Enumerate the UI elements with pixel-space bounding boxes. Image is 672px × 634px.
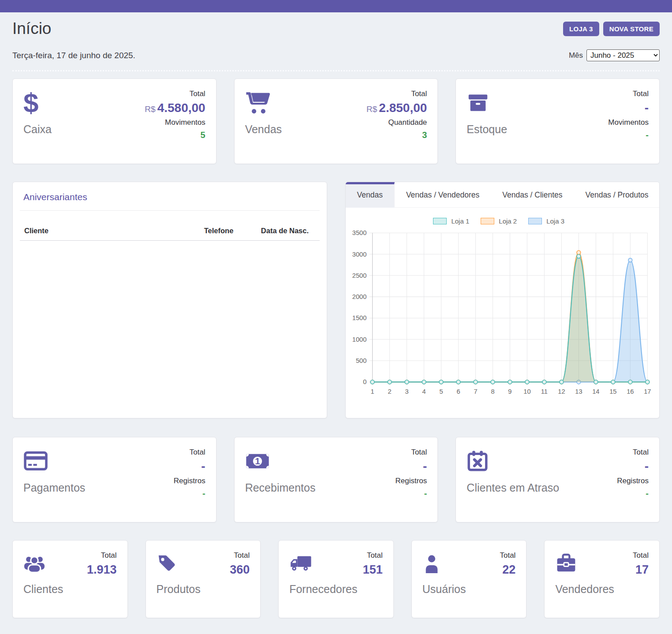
svg-text:2: 2	[388, 388, 391, 395]
vendas-quantidade-value: 3	[366, 130, 427, 140]
card-clientes-atraso-label: Clientes em Atraso	[467, 481, 559, 494]
usuarios-count: 22	[500, 563, 515, 577]
chart-legend: Loja 1Loja 2Loja 3	[352, 217, 653, 225]
month-label: Mês	[569, 51, 583, 60]
card-usuarios: Usuários Total 22	[411, 540, 527, 618]
legend-swatch	[481, 218, 494, 224]
total-label: Total	[145, 90, 205, 98]
card-vendas-label: Vendas	[245, 123, 282, 136]
produtos-count: 360	[230, 563, 250, 577]
top-accent-bar	[0, 0, 672, 12]
svg-text:4: 4	[422, 388, 426, 395]
legend-item[interactable]: Loja 2	[481, 217, 517, 225]
box-icon	[467, 90, 507, 116]
truck-icon	[289, 551, 357, 576]
svg-text:6: 6	[456, 388, 460, 395]
svg-text:3: 3	[405, 388, 408, 395]
tab-vendas[interactable]: Vendas	[346, 182, 395, 208]
card-pagamentos: Pagamentos Total - Registros -	[12, 437, 217, 522]
svg-text:12: 12	[558, 388, 565, 395]
store-button-nova-store[interactable]: NOVA STORE	[603, 22, 660, 36]
quantidade-label: Quantidade	[366, 118, 427, 127]
svg-text:14: 14	[592, 388, 599, 395]
col-cliente: Cliente	[20, 223, 200, 241]
card-vendedores-label: Vendedores	[555, 583, 614, 596]
card-estoque-label: Estoque	[467, 123, 507, 136]
svg-text:17: 17	[644, 388, 651, 395]
card-pagamentos-label: Pagamentos	[23, 481, 85, 494]
card-recebimentos-label: Recebimentos	[245, 481, 316, 494]
vendas-chart: 0500100015002000250030003500123456789101…	[352, 227, 653, 405]
svg-text:3000: 3000	[352, 251, 366, 258]
clientes-count: 1.913	[87, 563, 117, 577]
svg-text:2500: 2500	[352, 272, 366, 279]
vendedores-count: 17	[633, 563, 649, 577]
legend-label: Loja 3	[546, 217, 564, 225]
card-clientes-label: Clientes	[23, 583, 63, 596]
aniversariantes-panel: Aniversariantes Cliente Telefone Data de…	[12, 182, 327, 418]
month-select[interactable]: Junho - 2025	[586, 49, 660, 61]
card-caixa: $ Caixa Total R$4.580,00 Movimentos 5	[12, 78, 217, 164]
store-button-loja3[interactable]: LOJA 3	[563, 22, 599, 36]
svg-text:10: 10	[523, 388, 530, 395]
movimentos-label: Movimentos	[145, 118, 205, 127]
caixa-movimentos-value: 5	[145, 130, 205, 140]
svg-text:11: 11	[541, 388, 547, 395]
card-caixa-label: Caixa	[23, 123, 52, 136]
svg-text:1500: 1500	[352, 314, 366, 321]
calendar-x-icon	[467, 448, 559, 474]
card-fornecedores: Fornecedores Total 151	[278, 540, 394, 618]
chart-tabs: Vendas Vendas / Vendedores Vendas / Clie…	[346, 182, 660, 208]
dashboard: Início LOJA 3 NOVA STORE Terça-feira, 17…	[0, 19, 672, 634]
tab-vendas-clientes[interactable]: Vendas / Clientes	[491, 182, 574, 208]
vendas-chart-panel: Vendas Vendas / Vendedores Vendas / Clie…	[345, 182, 660, 418]
card-estoque: Estoque Total - Movimentos -	[455, 78, 660, 164]
total-label: Total	[608, 90, 649, 98]
svg-text:9: 9	[508, 388, 511, 395]
card-clientes: Clientes Total 1.913	[12, 540, 128, 618]
svg-text:13: 13	[575, 388, 582, 395]
card-vendedores: Vendedores Total 17	[544, 540, 660, 618]
movimentos-label: Movimentos	[608, 118, 649, 127]
card-fornecedores-label: Fornecedores	[289, 583, 357, 596]
tag-icon	[157, 551, 201, 576]
user-icon	[422, 551, 466, 576]
current-date: Terça-feira, 17 de junho de 2025.	[12, 51, 135, 60]
svg-text:5: 5	[439, 388, 443, 395]
aniversariantes-title: Aniversariantes	[20, 192, 320, 211]
money-bill-icon: 1	[245, 448, 316, 474]
svg-text:1000: 1000	[352, 336, 366, 343]
briefcase-icon	[555, 551, 614, 576]
estoque-total-value: -	[608, 101, 649, 115]
svg-text:7: 7	[474, 388, 477, 395]
recebimentos-total-value: -	[396, 460, 427, 474]
users-icon	[23, 551, 63, 576]
svg-text:500: 500	[355, 357, 366, 364]
col-data-nasc: Data de Nasc.	[257, 223, 320, 241]
pagamentos-registros-value: -	[174, 489, 205, 499]
estoque-movimentos-value: -	[608, 130, 649, 140]
caixa-total-value: R$4.580,00	[145, 101, 205, 115]
svg-text:15: 15	[609, 388, 616, 395]
col-telefone: Telefone	[200, 223, 257, 241]
legend-label: Loja 2	[499, 217, 517, 225]
card-produtos-label: Produtos	[157, 583, 201, 596]
card-recebimentos: 1 Recebimentos Total - Registros -	[234, 437, 438, 522]
tab-vendas-produtos[interactable]: Vendas / Produtos	[574, 182, 660, 208]
clientes-atraso-total-value: -	[617, 460, 649, 474]
page-title: Início	[12, 19, 51, 38]
svg-text:1: 1	[370, 388, 374, 395]
svg-text:1: 1	[255, 456, 260, 466]
legend-item[interactable]: Loja 3	[528, 217, 564, 225]
svg-text:0: 0	[363, 378, 366, 385]
svg-text:3500: 3500	[352, 229, 366, 236]
dollar-sign-icon: $	[23, 90, 52, 116]
legend-item[interactable]: Loja 1	[433, 217, 469, 225]
credit-card-icon	[23, 448, 85, 474]
aniversariantes-table: Cliente Telefone Data de Nasc.	[20, 223, 320, 241]
legend-label: Loja 1	[451, 217, 469, 225]
svg-text:2000: 2000	[352, 293, 366, 300]
legend-swatch	[528, 218, 542, 224]
total-label: Total	[366, 90, 427, 98]
tab-vendas-vendedores[interactable]: Vendas / Vendedores	[395, 182, 491, 208]
